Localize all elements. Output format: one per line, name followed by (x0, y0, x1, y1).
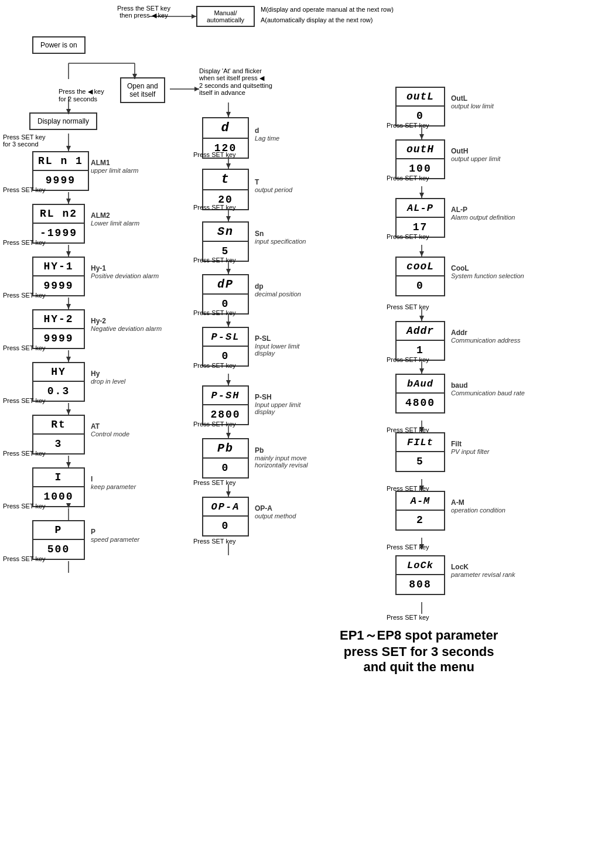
display-normally-box: Display normally (29, 112, 97, 130)
press-set-3s-label: Press SET key for 3 second (3, 134, 46, 148)
dp-display: dP 0 (202, 274, 249, 315)
lock-top: LoCk (397, 556, 444, 575)
svg-marker-24 (226, 163, 231, 169)
psh-top: P-SH (203, 387, 248, 405)
ep-text: EP1～EP8 spot parameter (340, 627, 498, 644)
at-node: Rt 3 AT Control mode (32, 415, 129, 438)
hy-label: Hy drop in level (91, 370, 125, 385)
alm1-node: RL n 1 9999 ALM1 upper limit alarm (32, 151, 138, 174)
alm2-top: RL n2 (33, 205, 84, 224)
alm1-press-set: Press SET key (3, 186, 46, 193)
opa-label: OP-A output method (255, 504, 296, 520)
page: Press the SET key then press ◀ key Manua… (0, 0, 615, 868)
outh-top: outH (397, 141, 444, 159)
hy1-node: HY-1 9999 Hy-1 Positive deviation alarm (32, 257, 159, 279)
dp-top: dP (203, 275, 248, 295)
lock-display: LoCk 808 (395, 555, 445, 595)
svg-marker-15 (66, 357, 71, 362)
cool-top: cooL (397, 258, 444, 276)
t-label: T output period (255, 178, 292, 193)
addr-press-set: Press SET key (387, 356, 429, 363)
dp-press-set: Press SET key (193, 309, 236, 316)
svg-marker-58 (194, 87, 199, 91)
addr-top: Addr (397, 322, 444, 341)
at-label: AT Control mode (91, 422, 129, 438)
sn-press-set: Press SET key (193, 257, 236, 264)
opa-bottom: 0 (203, 517, 248, 535)
display-normally-label: Display normally (37, 117, 89, 125)
outl-top: outL (397, 88, 444, 107)
am-label: A-M operation condition (451, 498, 505, 514)
open-set-label: Open and set itself (127, 82, 158, 98)
psl-node: P-SL 0 P-SL Input lower limit display (202, 327, 299, 357)
hy2-label: Hy-2 Negative deviation alarm (91, 317, 162, 332)
hy1-top: HY-1 (33, 258, 84, 276)
am-node: A-M 2 A-M operation condition (395, 491, 505, 514)
d-label: d Lag time (255, 127, 279, 142)
then-press-text: then press ◀ key (117, 12, 170, 19)
alp-top: AL-P (397, 199, 444, 218)
dp-node: dP 0 dp decimal position (202, 274, 301, 298)
hy-press-set: Press SET key (3, 397, 46, 404)
outh-node: outH 100 OutH output upper limit (395, 139, 500, 162)
cool-display: cooL 0 (395, 257, 445, 296)
pb-top: Pb (203, 439, 248, 459)
psh-label: P-SH Input upper limit display (255, 393, 300, 415)
dp-label: dp decimal position (255, 282, 301, 298)
svg-marker-39 (419, 134, 424, 139)
baud-display: bAud 4800 (395, 374, 445, 414)
alm2-display: RL n2 -1999 (32, 204, 85, 244)
filt-node: FILt 5 Filt PV input filter (395, 432, 489, 455)
lock-press-set: Press SET key (387, 614, 429, 621)
alp-node: AL-P 17 AL-P Alarm output definition (395, 198, 515, 221)
sn-label: Sn input specification (255, 230, 306, 245)
display-at-annotation: Display 'At' and flicker when set itself… (199, 67, 272, 96)
top-press-set-annotation: Press the SET key then press ◀ key (117, 5, 170, 19)
p-press-set: Press SET key (3, 555, 46, 562)
am-top: A-M (397, 492, 444, 511)
lock-node: LoCk 808 LocK parameter revisal rank (395, 555, 515, 578)
cool-label: CooL System function selection (451, 264, 524, 279)
psl-label: P-SL Input lower limit display (255, 334, 299, 357)
hy2-node: HY-2 9999 Hy-2 Negative deviation alarm (32, 309, 162, 332)
pb-bottom: 0 (203, 459, 248, 477)
svg-marker-11 (66, 251, 71, 257)
hy-node: HY 0.3 Hy drop in level (32, 362, 125, 385)
press-set-key-text: Press the SET key (117, 5, 170, 12)
power-on-box: Power is on (32, 36, 86, 54)
svg-marker-34 (226, 433, 231, 438)
psh-press-set: Press SET key (193, 421, 236, 428)
alp-label: AL-P Alarm output definition (451, 206, 515, 221)
d-top: d (203, 118, 248, 139)
t-top: t (203, 170, 248, 190)
hy-top: HY (33, 363, 84, 382)
hy1-label: Hy-1 Positive deviation alarm (91, 264, 159, 279)
m-desc-text: M(display and operate manual at the next… (261, 6, 394, 13)
p-node: P 500 P speed parameter (32, 520, 139, 543)
outl-display: outL 0 (395, 87, 445, 127)
pb-label: Pb mainly input move horizontally revisa… (255, 446, 308, 469)
press-back-label: Press the ◀ key for 2 seconds (59, 88, 104, 102)
p-label: P speed parameter (91, 528, 139, 543)
sn-top: Sn (203, 223, 248, 242)
filt-display: FILt 5 (395, 432, 445, 472)
p-display: P 500 (32, 520, 85, 560)
baud-bottom: 4800 (397, 394, 444, 412)
manual-auto-box: Manual/ automatically (196, 6, 255, 27)
footer-section: EP1～EP8 spot parameter press SET for 3 s… (340, 627, 498, 675)
baud-top: bAud (397, 375, 444, 394)
hy-display: HY 0.3 (32, 362, 85, 402)
outh-label: OutH output upper limit (451, 147, 500, 162)
power-on-label: Power is on (40, 41, 77, 49)
alp-press-set: Press SET key (387, 233, 429, 240)
hy2-display: HY-2 9999 (32, 309, 85, 349)
alm1-top: RL n 1 (33, 152, 88, 171)
t-press-set: Press SET key (193, 204, 236, 211)
opa-node: OP-A 0 OP-A output method (202, 497, 296, 520)
svg-marker-41 (419, 193, 424, 198)
svg-marker-7 (66, 146, 71, 151)
at-display: Rt 3 (32, 415, 85, 454)
psl-press-set: Press SET key (193, 362, 236, 369)
svg-marker-60 (226, 112, 231, 117)
svg-marker-43 (419, 251, 424, 257)
